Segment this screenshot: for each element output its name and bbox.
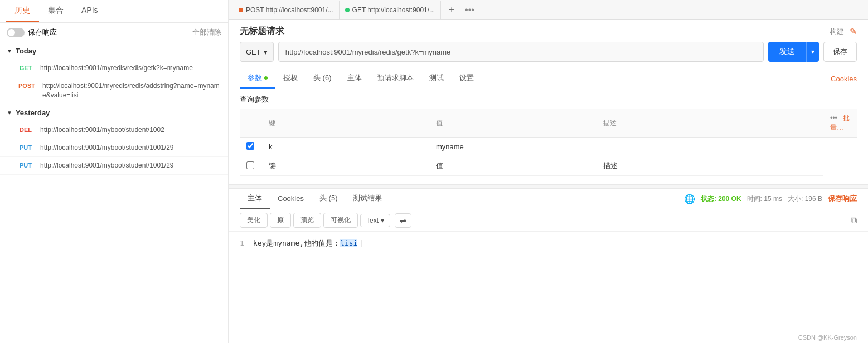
list-item[interactable]: POST http://localhost:9001/myredis/redis…: [0, 77, 228, 105]
chevron-down-icon: ▾: [381, 217, 384, 224]
response-tab-test-results[interactable]: 测试结果: [345, 189, 390, 209]
col-description: 描述: [597, 109, 823, 138]
header-actions: 构建 ✎: [830, 26, 857, 37]
param-key-placeholder[interactable]: 键: [262, 156, 429, 176]
tab-pre-request[interactable]: 预请求脚本: [370, 68, 421, 89]
globe-icon[interactable]: 🌐: [684, 194, 695, 204]
method-badge-put: PUT: [16, 161, 36, 170]
response-code-area: 1 key是myname,他的值是：lisi |: [229, 232, 868, 343]
sidebar-tab-collections[interactable]: 集合: [39, 0, 72, 22]
save-response-toggle[interactable]: [7, 28, 25, 37]
method-badge-get: GET: [16, 63, 36, 72]
word-wrap-button[interactable]: ⇌: [395, 213, 411, 228]
params-tabs: 参数 授权 头 (6) 主体 预请求脚本 测试 设置 Cookies: [229, 68, 868, 89]
send-button[interactable]: 发送: [768, 42, 806, 62]
request-title: 无标题请求: [240, 26, 284, 37]
top-tabs-bar: POST http://localhost:9001/... GET http:…: [229, 0, 868, 20]
response-time: 时间: 15 ms: [747, 194, 782, 204]
add-tab-button[interactable]: ＋: [444, 3, 459, 17]
more-options-button[interactable]: •••: [462, 4, 477, 16]
tab-settings[interactable]: 设置: [452, 68, 482, 89]
sidebar: 历史 集合 APIs 保存响应 全部清除 ▼ Today GET http://…: [0, 0, 229, 343]
params-active-dot: [264, 76, 268, 80]
sidebar-tab-history[interactable]: 历史: [6, 0, 39, 22]
tab-tests[interactable]: 测试: [421, 68, 452, 89]
method-select[interactable]: GET ▾: [240, 42, 274, 62]
response-tab-body[interactable]: 主体: [240, 189, 270, 209]
col-value: 值: [429, 109, 597, 138]
history-url: http://localhost:9001/myboot/student/100…: [40, 161, 174, 170]
tab-headers[interactable]: 头 (6): [306, 68, 340, 89]
checkbox-cell[interactable]: [240, 138, 262, 156]
tab-pre-request-label: 预请求脚本: [377, 73, 414, 83]
response-tab-cookies[interactable]: Cookies: [270, 190, 312, 208]
list-item[interactable]: PUT http://localhost:9001/myboot/student…: [0, 139, 228, 157]
query-params-section: 查询参数 键 值 描述 ••• 批量…: [229, 89, 868, 179]
top-tab-post[interactable]: POST http://localhost:9001/...: [233, 1, 340, 19]
arrow-down-icon: ▼: [7, 110, 12, 116]
line-number: 1: [240, 239, 244, 247]
row-checkbox[interactable]: [246, 161, 254, 169]
section-yesterday[interactable]: ▼ Yesterday: [0, 104, 228, 121]
beautify-button[interactable]: 美化: [240, 213, 268, 228]
edit-icon[interactable]: ✎: [850, 26, 857, 37]
tab-body[interactable]: 主体: [340, 68, 370, 89]
status-badge: 状态: 200 OK: [701, 194, 741, 204]
top-tab-get[interactable]: GET http://localhost:9001/...: [340, 1, 442, 19]
save-response-toggle-wrap: 保存响应: [7, 27, 57, 37]
history-url: http://localhost:9001/myboot/student/100…: [40, 125, 164, 135]
history-url: http://localhost:9001/myredis/redis/getk…: [40, 63, 193, 73]
col-key: 键: [262, 109, 429, 138]
method-badge-del: DEL: [16, 125, 36, 134]
section-divider: [229, 184, 868, 189]
list-item[interactable]: GET http://localhost:9001/myredis/redis/…: [0, 60, 228, 77]
param-value-placeholder[interactable]: 值: [429, 156, 597, 176]
clear-all-button[interactable]: 全部清除: [192, 27, 221, 37]
param-desc-placeholder[interactable]: 描述: [597, 156, 823, 176]
raw-button[interactable]: 原: [270, 213, 291, 228]
save-response-button[interactable]: 保存响应: [828, 194, 857, 204]
param-key-cell[interactable]: k: [262, 138, 429, 156]
request-header: 无标题请求 构建 ✎: [229, 20, 868, 42]
main-panel: POST http://localhost:9001/... GET http:…: [229, 0, 868, 343]
col-actions: ••• 批量…: [823, 109, 857, 138]
row-checkbox[interactable]: [246, 142, 254, 150]
method-label: GET: [246, 48, 261, 56]
text-format-select[interactable]: Text ▾: [360, 214, 390, 227]
preview-button[interactable]: 预览: [293, 213, 321, 228]
response-format-bar: 美化 原 预览 可视化 Text ▾ ⇌ ⧉: [229, 209, 868, 232]
param-desc-cell[interactable]: [597, 138, 823, 156]
three-dots-icon[interactable]: •••: [830, 114, 837, 122]
url-bar: GET ▾ 发送 ▾ 保存: [229, 42, 868, 68]
tab-params[interactable]: 参数: [240, 68, 275, 89]
response-tab-headers[interactable]: 头 (5): [312, 189, 346, 209]
save-button[interactable]: 保存: [823, 42, 857, 62]
response-meta: 🌐 状态: 200 OK 时间: 15 ms 大小: 196 B 保存响应: [684, 194, 857, 204]
send-btn-group: 发送 ▾: [768, 42, 819, 62]
cookies-link[interactable]: Cookies: [831, 75, 857, 83]
col-checkbox: [240, 109, 262, 138]
send-dropdown-button[interactable]: ▾: [806, 42, 819, 62]
url-input[interactable]: [278, 42, 764, 62]
response-size: 大小: 196 B: [788, 194, 822, 204]
top-tab-get-label: GET http://localhost:9001/...: [352, 6, 435, 14]
section-today[interactable]: ▼ Today: [0, 42, 228, 60]
construct-button[interactable]: 构建: [830, 27, 844, 37]
list-item[interactable]: DEL http://localhost:9001/myboot/student…: [0, 121, 228, 139]
method-badge-post: POST: [16, 81, 38, 90]
history-url: http://localhost:9001/myboot/student/100…: [40, 143, 174, 153]
history-url: http://localhost:9001/myredis/redis/adds…: [42, 81, 221, 100]
sidebar-content: ▼ Today GET http://localhost:9001/myredi…: [0, 42, 228, 343]
list-item[interactable]: PUT http://localhost:9001/myboot/student…: [0, 157, 228, 175]
copy-button[interactable]: ⧉: [851, 215, 857, 226]
code-line: 1 key是myname,他的值是：lisi |: [240, 238, 857, 248]
table-row: k myname: [240, 138, 857, 156]
tab-auth[interactable]: 授权: [275, 68, 306, 89]
param-value-cell[interactable]: myname: [429, 138, 597, 156]
checkbox-cell[interactable]: [240, 156, 262, 176]
sidebar-controls: 保存响应 全部清除: [0, 23, 228, 42]
sidebar-tab-apis[interactable]: APIs: [72, 0, 107, 22]
visualize-button[interactable]: 可视化: [323, 213, 358, 228]
table-row: 键 值 描述: [240, 156, 857, 176]
save-response-label: 保存响应: [28, 27, 57, 37]
